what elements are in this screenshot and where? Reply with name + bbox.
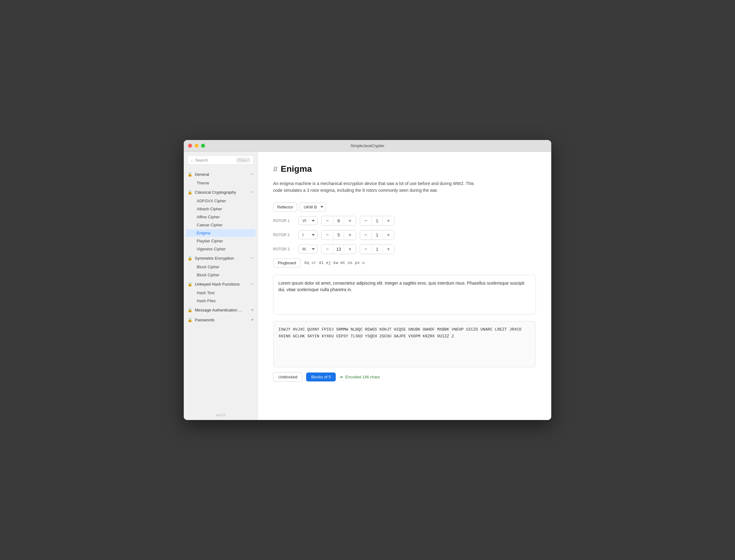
search-box[interactable]: ⌕ Search Press / bbox=[188, 155, 254, 165]
rotor2-ring-decrement[interactable]: − bbox=[360, 230, 371, 240]
rotor2-ring-increment[interactable]: + bbox=[382, 230, 394, 240]
search-placeholder: Search bbox=[195, 158, 234, 163]
bottom-bar: Unblocked Blocks of 5 ➜ Encoded 146 char… bbox=[273, 372, 536, 382]
plugboard-value: bq cr di ej kw mt os px u bbox=[304, 261, 365, 265]
input-section bbox=[273, 275, 536, 316]
rotor3-ring-value: 1 bbox=[371, 245, 382, 253]
output-area: IXWJY HVJXC QUXNY FPIOJ SRMMW NLBQC REWG… bbox=[273, 321, 536, 367]
rotor2-position-decrement[interactable]: − bbox=[322, 230, 333, 240]
rotor3-position-stepper: − 13 + bbox=[321, 244, 356, 254]
rotor1-ring-increment[interactable]: + bbox=[382, 216, 394, 225]
sidebar-item-affine[interactable]: Affine Cipher bbox=[186, 213, 256, 221]
rotor1-ring-decrement[interactable]: − bbox=[360, 216, 371, 225]
rotor1-position-decrement[interactable]: − bbox=[322, 216, 333, 225]
nav-section-messageauth: 🔒 Message Authentication ... + bbox=[184, 305, 258, 315]
lock-icon-classical: 🔒 bbox=[188, 190, 192, 195]
rotor1-row: ROTOR 1 VIIIIIIIIVVVIIVIII − 8 + − 1 + bbox=[273, 216, 536, 226]
reflector-label-btn[interactable]: Reflector bbox=[273, 203, 297, 212]
plugboard-button[interactable]: Plugboard bbox=[273, 258, 301, 267]
sidebar-item-unkeyed[interactable]: 🔒 Unkeyed Hash Functions − bbox=[184, 279, 258, 289]
rotor2-type-select[interactable]: IIIIIIIVVVIVIIVIII bbox=[299, 230, 318, 239]
rotor3-type-select[interactable]: IIIIIIIVVVIVIIVIII bbox=[299, 245, 318, 253]
sidebar-item-passwords[interactable]: 🔒 Passwords + bbox=[184, 315, 258, 324]
page-heading: # Enigma bbox=[273, 164, 536, 174]
sidebar-item-hashfiles[interactable]: Hash Files bbox=[186, 297, 256, 305]
sidebar-nav: 🔒 General − Theme 🔒 Classical Cryptograp… bbox=[184, 170, 258, 410]
rotor2-ring-stepper: − 1 + bbox=[360, 230, 394, 240]
sidebar-item-playfair[interactable]: Playfair Cipher bbox=[186, 237, 256, 245]
rotor1-position-value: 8 bbox=[333, 216, 344, 225]
sidebar-item-general[interactable]: 🔒 General − bbox=[184, 170, 258, 179]
rotor1-ring-stepper: − 1 + bbox=[360, 216, 394, 226]
sidebar: ⌕ Search Press / 🔒 General − Theme bbox=[184, 152, 258, 420]
rotor1-position-stepper: − 8 + bbox=[321, 216, 356, 226]
rotor3-position-value: 13 bbox=[333, 245, 344, 253]
lock-icon-symmetric: 🔒 bbox=[188, 256, 192, 261]
sidebar-item-messageauth[interactable]: 🔒 Message Authentication ... + bbox=[184, 305, 258, 315]
rotor2-row: ROTOR 2 IIIIIIIVVVIVIIVIII − 5 + − 1 + bbox=[273, 230, 536, 240]
titlebar: SimpleJavaCrypter bbox=[184, 140, 551, 152]
sidebar-item-vigenere[interactable]: Vigenère Cipher bbox=[186, 245, 256, 253]
minimize-button[interactable] bbox=[195, 144, 199, 148]
blocks-of-5-button[interactable]: Blocks of 5 bbox=[306, 373, 336, 381]
sidebar-item-blockcipher2[interactable]: Block Cipher bbox=[186, 271, 256, 279]
page-title: Enigma bbox=[281, 164, 312, 174]
rotor1-position-increment[interactable]: + bbox=[344, 216, 356, 225]
lock-icon: 🔒 bbox=[188, 172, 192, 177]
nav-section-unkeyed: 🔒 Unkeyed Hash Functions − Hash Text Has… bbox=[184, 279, 258, 305]
nav-section-classical: 🔒 Classical Cryptography − ADFGVX Cipher… bbox=[184, 187, 258, 253]
search-shortcut: Press / bbox=[236, 158, 250, 163]
rotor2-ring-value: 1 bbox=[371, 231, 382, 239]
sidebar-item-hashtext[interactable]: Hash Text bbox=[186, 289, 256, 297]
close-button[interactable] bbox=[188, 144, 192, 148]
rotor1-label: ROTOR 1 bbox=[273, 219, 295, 223]
arrow-right-icon: ➜ bbox=[340, 375, 343, 379]
encoded-result: ➜ Encoded 146 chars bbox=[340, 375, 380, 379]
rotor2-position-value: 5 bbox=[333, 231, 344, 239]
page-description: An enigma machine is a mechanical encryp… bbox=[273, 180, 483, 194]
sidebar-item-adfgvx[interactable]: ADFGVX Cipher bbox=[186, 197, 256, 205]
sidebar-item-classical[interactable]: 🔒 Classical Cryptography − bbox=[184, 187, 258, 197]
nav-section-passwords: 🔒 Passwords + bbox=[184, 315, 258, 324]
app-window: SimpleJavaCrypter ⌕ Search Press / 🔒 Gen… bbox=[184, 140, 551, 420]
rotor3-position-decrement[interactable]: − bbox=[322, 245, 333, 254]
sidebar-item-enigma[interactable]: Enigma bbox=[186, 229, 256, 237]
rotor1-type-select[interactable]: VIIIIIIIIVVVIIVIII bbox=[299, 216, 318, 225]
nav-section-symmetric: 🔒 Symmetric Encryption − Block Cipher Bl… bbox=[184, 253, 258, 279]
rotor2-label: ROTOR 2 bbox=[273, 233, 295, 237]
plugboard-row: Plugboard bq cr di ej kw mt os px u bbox=[273, 258, 536, 267]
app-body: ⌕ Search Press / 🔒 General − Theme bbox=[184, 152, 551, 420]
heading-hash: # bbox=[273, 164, 278, 174]
encoded-chars-label: Encoded 146 chars bbox=[345, 375, 380, 379]
rotor3-position-increment[interactable]: + bbox=[344, 245, 356, 254]
window-controls bbox=[188, 144, 205, 148]
nav-section-general: 🔒 General − Theme bbox=[184, 170, 258, 187]
maximize-button[interactable] bbox=[201, 144, 205, 148]
controls-section: Reflector UKW B UKW A UKW C ROTOR 1 VIII… bbox=[273, 203, 536, 267]
rotor3-row: ROTOR 3 IIIIIIIVVVIVIIVIII − 13 + − 1 + bbox=[273, 244, 536, 254]
rotor1-ring-value: 1 bbox=[371, 216, 382, 225]
rotor2-position-stepper: − 5 + bbox=[321, 230, 356, 240]
search-icon: ⌕ bbox=[191, 158, 193, 163]
sidebar-item-symmetric[interactable]: 🔒 Symmetric Encryption − bbox=[184, 253, 258, 263]
lock-icon-unkeyed: 🔒 bbox=[188, 282, 192, 286]
rotor3-ring-increment[interactable]: + bbox=[382, 245, 394, 254]
window-title: SimpleJavaCrypter bbox=[351, 143, 384, 148]
reflector-row: Reflector UKW B UKW A UKW C bbox=[273, 203, 536, 212]
lock-icon-messageauth: 🔒 bbox=[188, 308, 192, 312]
lock-icon-passwords: 🔒 bbox=[188, 318, 192, 322]
reflector-select[interactable]: UKW B UKW A UKW C bbox=[300, 203, 326, 212]
sidebar-item-theme[interactable]: Theme bbox=[186, 179, 256, 187]
rotor3-ring-decrement[interactable]: − bbox=[360, 245, 371, 254]
main-content: # Enigma An enigma machine is a mechanic… bbox=[258, 152, 551, 420]
sidebar-item-atbash[interactable]: Atbash Cipher bbox=[186, 205, 256, 213]
input-textarea[interactable] bbox=[273, 275, 536, 315]
rotor3-ring-stepper: − 1 + bbox=[360, 244, 394, 254]
unblocked-button[interactable]: Unblocked bbox=[273, 372, 303, 382]
rotor2-position-increment[interactable]: + bbox=[344, 230, 356, 240]
sidebar-item-caesar[interactable]: Caesar Cipher bbox=[186, 221, 256, 229]
sidebar-item-blockcipher1[interactable]: Block Cipher bbox=[186, 263, 256, 271]
rotor3-label: ROTOR 3 bbox=[273, 247, 295, 251]
version-label: v4.0.0 bbox=[184, 410, 258, 420]
